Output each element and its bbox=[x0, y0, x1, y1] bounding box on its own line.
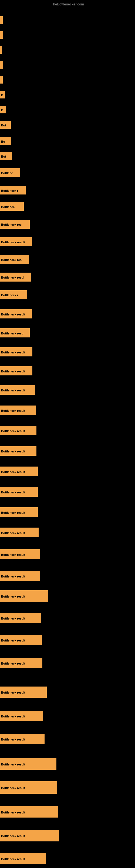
bar-label: Bottleneck result bbox=[0, 613, 41, 623]
bar-item bbox=[0, 31, 135, 39]
bar-label: Bottleneck result bbox=[0, 426, 37, 435]
bar-label: Bottlene bbox=[0, 168, 20, 177]
bar-item: B bbox=[0, 106, 135, 113]
bar-label: Bottleneck result bbox=[0, 549, 40, 559]
bar-label: B bbox=[0, 91, 5, 98]
bar-item: Bottleneck result bbox=[0, 528, 135, 537]
bar-item: Bottleneck resul bbox=[0, 273, 135, 282]
bar-label bbox=[0, 31, 3, 39]
bar-label: Bot bbox=[0, 152, 12, 160]
bar-item: Bottleneck result bbox=[0, 711, 135, 721]
bar-label bbox=[0, 76, 3, 84]
bar-item: Bot bbox=[0, 152, 135, 160]
bar-label: Bottleneck result bbox=[0, 571, 40, 581]
bar-item: Bottleneck result bbox=[0, 658, 135, 668]
bar-item: Bottleneck result bbox=[0, 613, 135, 623]
bar-item bbox=[0, 61, 135, 69]
bar-item: Bottleneck result bbox=[0, 487, 135, 497]
bar-label: Bo bbox=[0, 137, 11, 145]
bar-label: Bottleneck result bbox=[0, 347, 32, 356]
bar-item: Bottleneck result bbox=[0, 686, 135, 698]
bar-item: Bottleneck res bbox=[0, 255, 135, 264]
bar-item: Bottleneck result bbox=[0, 385, 135, 395]
bar-label bbox=[0, 46, 2, 54]
bar-label bbox=[0, 61, 3, 69]
bar-item: Bottleneck result bbox=[0, 467, 135, 476]
bar-item: Bottleneck result bbox=[0, 806, 135, 817]
bar-label: Bottleneck result bbox=[0, 467, 38, 476]
bar-label: Bottleneck result bbox=[0, 385, 35, 395]
bar-item: Bottlenec bbox=[0, 202, 135, 211]
bar-label: Bottleneck res bbox=[0, 255, 29, 264]
bar-label: Bottleneck r bbox=[0, 186, 26, 194]
bar-label: Bottleneck result bbox=[0, 528, 39, 537]
bar-item: Bottleneck result bbox=[0, 549, 135, 559]
bar-item: Bottleneck r bbox=[0, 186, 135, 194]
bar-item: Bottleneck result bbox=[0, 405, 135, 415]
bar-label: Bottlenec bbox=[0, 202, 24, 211]
bar-item: Bottleneck result bbox=[0, 853, 135, 864]
bar-item: Bottleneck result bbox=[0, 635, 135, 645]
bar-label: Bottleneck result bbox=[0, 366, 32, 375]
bar-label: Bottleneck resu bbox=[0, 328, 30, 337]
bar-item: Bottleneck result bbox=[0, 571, 135, 581]
bar-label: Bottleneck result bbox=[0, 806, 58, 817]
bar-label: Bottleneck result bbox=[0, 237, 32, 246]
bar-label: Bottleneck result bbox=[0, 590, 48, 602]
bar-label: Bottleneck result bbox=[0, 686, 47, 698]
bar-label: Bottleneck result bbox=[0, 487, 38, 497]
bar-item bbox=[0, 76, 135, 84]
bar-label: Bottleneck result bbox=[0, 635, 42, 645]
bar-item: Bottleneck result bbox=[0, 507, 135, 517]
bar-item: Bottleneck r bbox=[0, 290, 135, 299]
bar-label: Bottleneck result bbox=[0, 711, 43, 721]
bar-label: Bottleneck result bbox=[0, 758, 56, 770]
bar-item: Bottlene bbox=[0, 168, 135, 177]
bar-item: Bottleneck result bbox=[0, 366, 135, 375]
bar-label: Bottleneck result bbox=[0, 405, 36, 415]
bar-label: Bottleneck result bbox=[0, 446, 37, 456]
bar-item: Bottleneck result bbox=[0, 734, 135, 744]
bar-item: Bottleneck result bbox=[0, 758, 135, 770]
bar-item: Bot bbox=[0, 121, 135, 129]
bar-label: Bottleneck result bbox=[0, 507, 38, 517]
bar-label: Bottleneck resul bbox=[0, 273, 31, 282]
bar-item: Bottleneck result bbox=[0, 237, 135, 246]
bar-item bbox=[0, 46, 135, 54]
bar-label: Bottleneck result bbox=[0, 853, 46, 864]
bar-item: B bbox=[0, 91, 135, 98]
bar-item: Bo bbox=[0, 137, 135, 145]
bar-label: Bottleneck result bbox=[0, 830, 59, 841]
bar-item: Bottleneck result bbox=[0, 347, 135, 356]
bar-label: Bot bbox=[0, 121, 11, 129]
site-title: TheBottlenecker.com bbox=[51, 2, 84, 6]
bar-label: Bottleneck result bbox=[0, 781, 57, 794]
bar-item: Bottleneck resu bbox=[0, 328, 135, 337]
bar-item: Bottleneck res bbox=[0, 220, 135, 229]
bar-item: Bottleneck result bbox=[0, 446, 135, 456]
bar-label bbox=[0, 16, 3, 24]
bar-label: B bbox=[0, 106, 6, 113]
bar-label: Bottleneck result bbox=[0, 309, 32, 318]
bar-item bbox=[0, 16, 135, 24]
bar-label: Bottleneck res bbox=[0, 220, 30, 229]
bar-item: Bottleneck result bbox=[0, 590, 135, 602]
bar-item: Bottleneck result bbox=[0, 426, 135, 435]
bar-label: Bottleneck result bbox=[0, 734, 45, 744]
bar-item: Bottleneck result bbox=[0, 781, 135, 794]
bar-item: Bottleneck result bbox=[0, 830, 135, 841]
bar-label: Bottleneck result bbox=[0, 658, 42, 668]
bar-label: Bottleneck r bbox=[0, 290, 27, 299]
bar-item: Bottleneck result bbox=[0, 309, 135, 318]
